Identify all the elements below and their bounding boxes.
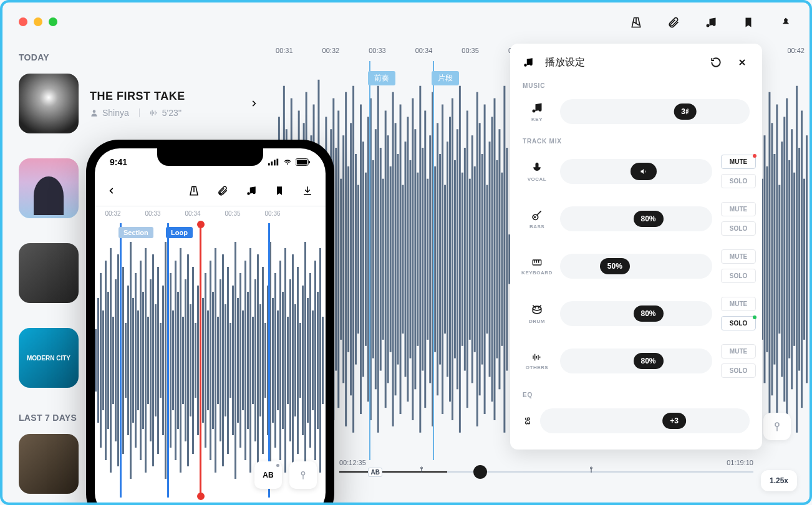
download-icon[interactable]: [302, 185, 313, 196]
track-thumbnail-5[interactable]: [19, 434, 79, 494]
svg-rect-220: [801, 110, 803, 408]
others-mute-button[interactable]: MUTE: [721, 344, 756, 358]
attachment-icon[interactable]: [217, 185, 228, 196]
track-drum-row: DRUM 80% MUTE SOLO: [510, 293, 762, 340]
phone-marker-loop-end[interactable]: [268, 223, 270, 498]
svg-rect-236: [538, 355, 538, 360]
svg-rect-313: [264, 323, 266, 398]
metronome-icon[interactable]: [188, 185, 200, 196]
svg-rect-100: [503, 86, 505, 433]
bookmark-icon[interactable]: [741, 15, 756, 30]
vocal-solo-button[interactable]: SOLO: [721, 174, 756, 188]
eq-slider-1[interactable]: +3: [540, 408, 750, 433]
svg-rect-49: [377, 86, 379, 433]
phone-marker-section[interactable]: Section: [120, 223, 122, 498]
track-thumbnail-2[interactable]: [19, 158, 79, 218]
svg-rect-67: [422, 148, 423, 371]
track-thumbnail-4[interactable]: MODERN CITY: [19, 328, 79, 388]
undo-icon[interactable]: [708, 55, 723, 70]
back-icon[interactable]: [107, 186, 116, 195]
wifi-icon: [283, 158, 292, 166]
phone-ruler[interactable]: 00:32 00:33 00:34 00:35 00:36: [95, 206, 326, 223]
marker-segment[interactable]: 片段: [433, 61, 434, 460]
phone-marker-loop-start[interactable]: Loop: [167, 223, 169, 498]
phone-waveform-area[interactable]: Section Loop AB: [95, 223, 326, 498]
chevron-right-icon[interactable]: [249, 99, 258, 108]
bass-slider[interactable]: 80%: [560, 206, 712, 231]
svg-rect-61: [407, 117, 408, 402]
music-note-icon[interactable]: [703, 15, 718, 30]
vocal-slider[interactable]: [560, 159, 712, 184]
music-note-icon[interactable]: [246, 185, 257, 196]
svg-rect-320: [282, 292, 284, 429]
phone-playhead[interactable]: [200, 223, 201, 498]
svg-rect-212: [781, 142, 783, 377]
svg-rect-64: [414, 129, 416, 389]
svg-rect-34: [340, 179, 342, 340]
maximize-window[interactable]: [49, 17, 57, 26]
drum-mute-button[interactable]: MUTE: [721, 297, 756, 311]
bookmark-icon[interactable]: [274, 185, 284, 196]
bass-mute-button[interactable]: MUTE: [721, 202, 756, 216]
svg-rect-79: [452, 99, 453, 420]
close-icon[interactable]: [735, 55, 750, 70]
piano-icon: [531, 257, 543, 267]
vocal-mute-button[interactable]: MUTE: [721, 155, 756, 169]
svg-rect-53: [387, 135, 389, 383]
ab-marker[interactable]: AB: [368, 468, 382, 477]
svg-rect-243: [297, 160, 307, 164]
drum-slider[interactable]: 80%: [560, 301, 712, 326]
svg-rect-275: [170, 273, 172, 448]
svg-rect-77: [447, 142, 448, 377]
key-slider[interactable]: 3♯: [560, 99, 750, 124]
svg-rect-305: [244, 261, 246, 460]
keyboard-slider[interactable]: 50%: [560, 254, 712, 279]
track-row-first-take[interactable]: THE FIRST TAKE Shinya 5'23'': [19, 74, 271, 133]
metronome-icon[interactable]: [629, 15, 644, 30]
close-window[interactable]: [19, 17, 27, 26]
status-time: 9:41: [110, 157, 127, 167]
phone-ab-button[interactable]: AB: [254, 461, 282, 489]
svg-rect-96: [494, 99, 496, 420]
svg-rect-56: [395, 123, 397, 395]
others-solo-button[interactable]: SOLO: [721, 363, 756, 378]
svg-rect-87: [471, 135, 473, 383]
pin-float-button[interactable]: [763, 413, 791, 440]
svg-rect-213: [783, 117, 785, 402]
svg-rect-57: [397, 154, 399, 365]
track-bass-row: BASS 80% MUTE SOLO: [510, 198, 762, 246]
guitar-icon: [531, 209, 543, 221]
svg-rect-282: [187, 254, 189, 466]
svg-rect-272: [162, 286, 164, 435]
marker-intro[interactable]: 前奏: [369, 61, 370, 460]
keyboard-solo-button[interactable]: SOLO: [721, 269, 756, 283]
svg-rect-35: [342, 135, 344, 383]
drum-solo-button[interactable]: SOLO: [721, 316, 756, 330]
svg-rect-69: [427, 179, 428, 340]
battery-icon: [296, 158, 311, 166]
pin-icon[interactable]: [778, 15, 793, 30]
svg-rect-219: [798, 148, 800, 371]
attachment-icon[interactable]: [666, 15, 681, 30]
playback-speed[interactable]: 1.25x: [761, 470, 797, 491]
progress-pin-1[interactable]: [418, 465, 425, 474]
svg-rect-32: [335, 148, 337, 371]
progress-slider[interactable]: AB: [339, 471, 753, 473]
svg-rect-101: [506, 148, 508, 371]
svg-rect-270: [157, 267, 159, 454]
svg-rect-97: [496, 160, 498, 358]
bass-solo-button[interactable]: SOLO: [721, 221, 756, 236]
others-slider[interactable]: 80%: [560, 349, 712, 373]
vocal-knob[interactable]: [631, 163, 657, 180]
svg-rect-238: [268, 163, 270, 166]
track-thumbnail-3[interactable]: [19, 243, 79, 303]
svg-rect-267: [150, 279, 152, 441]
minimize-window[interactable]: [34, 17, 42, 26]
phone-notch: [157, 148, 263, 166]
svg-rect-94: [489, 142, 491, 377]
svg-rect-266: [147, 317, 149, 404]
svg-rect-66: [419, 86, 421, 433]
phone-pin-button[interactable]: [289, 461, 317, 489]
progress-pin-2[interactable]: [587, 465, 595, 474]
keyboard-mute-button[interactable]: MUTE: [721, 249, 756, 264]
